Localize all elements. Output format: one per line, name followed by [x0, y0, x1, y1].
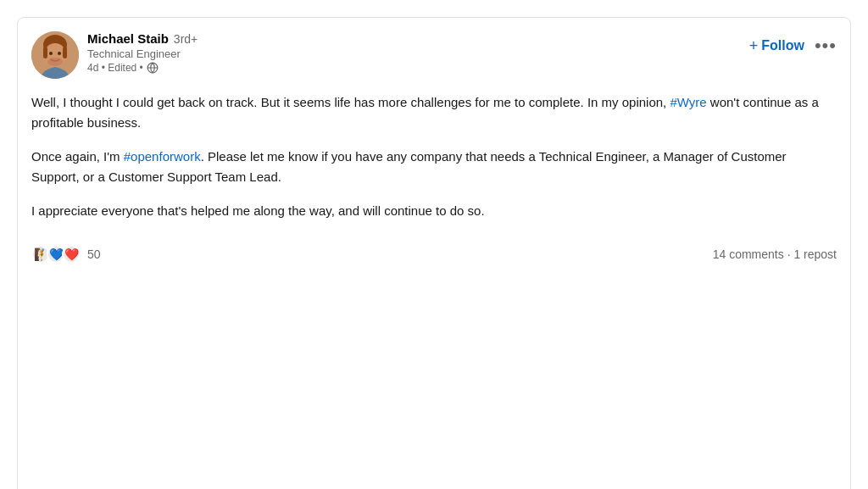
svg-point-5: [49, 52, 53, 55]
post-header-left: Michael Staib 3rd+ Technical Engineer 4d…: [31, 31, 198, 79]
author-name-row: Michael Staib 3rd+: [87, 31, 198, 46]
post-stats[interactable]: 14 comments · 1 repost: [713, 247, 837, 261]
follow-button[interactable]: + Follow: [749, 37, 804, 55]
avatar[interactable]: [31, 31, 79, 79]
author-info: Michael Staib 3rd+ Technical Engineer 4d…: [87, 31, 198, 74]
author-title: Technical Engineer: [87, 47, 198, 60]
post-meta: 4d • Edited •: [87, 62, 198, 74]
svg-rect-4: [63, 47, 67, 58]
hashtag-openforwork[interactable]: #openforwork: [124, 149, 201, 164]
post-header: Michael Staib 3rd+ Technical Engineer 4d…: [31, 31, 837, 79]
reaction-count: 50: [87, 247, 101, 261]
post-card: Michael Staib 3rd+ Technical Engineer 4d…: [17, 17, 851, 489]
svg-point-7: [47, 58, 63, 66]
hashtag-wyre[interactable]: #Wyre: [670, 95, 706, 109]
follow-plus-icon: +: [749, 37, 759, 55]
post-content: Well, I thought I could get back on trac…: [31, 92, 837, 221]
paragraph-2: Once again, I'm #openforwork. Please let…: [31, 147, 837, 187]
post-footer: 🧗 💙 ❤️ 50 14 comments · 1 repost: [31, 238, 837, 264]
svg-point-6: [58, 52, 61, 55]
more-options-button[interactable]: •••: [815, 35, 837, 57]
author-degree: 3rd+: [174, 32, 198, 46]
emoji-heart-red: ❤️: [62, 245, 81, 264]
post-header-right: + Follow •••: [749, 31, 837, 57]
globe-icon: [147, 62, 159, 74]
paragraph-3: I appreciate everyone that's helped me a…: [31, 201, 837, 221]
svg-rect-3: [43, 47, 47, 58]
author-name[interactable]: Michael Staib: [87, 31, 169, 46]
paragraph-1: Well, I thought I could get back on trac…: [31, 92, 837, 133]
reaction-emojis: 🧗 💙 ❤️: [31, 245, 77, 264]
reactions[interactable]: 🧗 💙 ❤️ 50: [31, 245, 101, 264]
